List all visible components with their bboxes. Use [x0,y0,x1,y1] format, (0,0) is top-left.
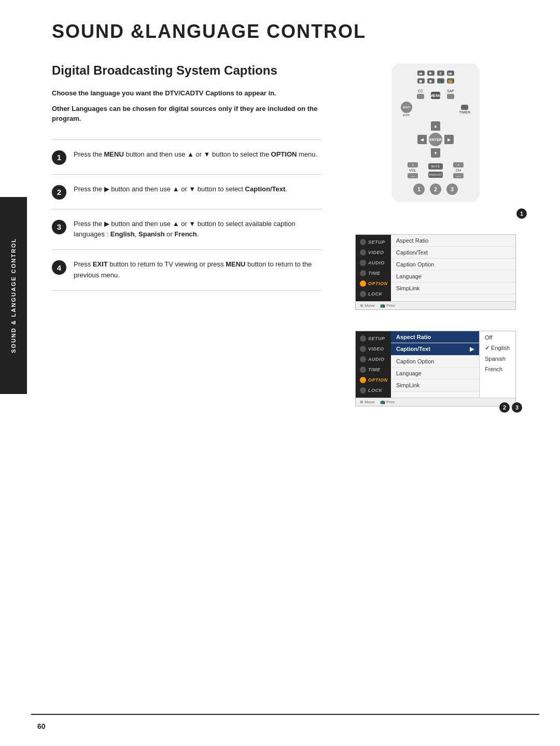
menu2-content: Aspect Ratio Caption/Text▶ Caption Optio… [391,331,479,398]
menu2-footer-prev: 📺 Prev [380,400,395,404]
step-text-2: Press the ▶ button and then use ▲ or ▼ b… [74,184,287,195]
remote-dpad-left[interactable]: ◀ [417,135,427,144]
remote-mid-btn2[interactable]: FAV/LIST [428,172,443,178]
menu2-time: TIME [356,364,391,375]
page-number: 60 [37,722,46,730]
step-badge-1: 1 [516,208,527,219]
menu2-caption-option: Caption Option [391,356,479,368]
remote-sap-label: SAP [447,89,454,93]
remote-timer-label: TIMER [459,110,470,114]
menu1-language: Language [391,271,515,283]
menu1-setup: SETUP [356,237,391,247]
menu1-aspect-ratio: Aspect Ratio [391,235,515,247]
remote-btn-5: ⏹ [417,78,425,83]
step-text-4: Press EXIT button to return to TV viewin… [74,259,321,281]
menu1-caption-text: Caption/Text [391,247,515,259]
remote-btn-7: 📺 [437,78,444,83]
intro-text-1: Choose the language you want the DTV/CAD… [52,88,321,98]
menu2-submenu: Off English Spanish French [479,331,515,398]
remote-sap-btn [447,94,454,99]
bottom-rule [31,714,539,715]
step-number-4: 4 [52,260,66,275]
menu2-aspect-ratio: Aspect Ratio [391,331,479,343]
remote-num-1[interactable]: 1 [413,184,425,195]
submenu-spanish: Spanish [480,354,515,364]
remote-num-3[interactable]: 3 [446,184,458,195]
menu1-sidebar: SETUP VIDEO AUDIO TIME [356,235,391,301]
remote-ch-down[interactable]: — [453,173,464,178]
step-4: 4 Press EXIT button to return to TV view… [52,249,321,291]
step-1: 1 Press the MENU button and then use ▲ o… [52,139,321,174]
remote-ch-label: CH [456,168,461,172]
step-number-2: 2 [52,185,66,200]
menu2-video: VIDEO [356,344,391,354]
menu1-audio: AUDIO [356,258,391,268]
step-text-1: Press the MENU button and then use ▲ or … [74,149,317,160]
step-3: 3 Press the ▶ button and then use ▲ or ▼… [52,209,321,250]
menu1-footer-move: ⊕ Move [360,303,375,308]
submenu-french: French [480,364,515,374]
remote-dpad-down[interactable]: ▼ [431,148,440,158]
step-number-3: 3 [52,220,66,234]
menu1-footer-prev: 📺 Prev [380,303,395,308]
remote-btn-4: ⏭ [447,71,454,76]
remote-vol-up[interactable]: + [408,162,418,167]
menu1-simplink: SimpLink [391,283,515,294]
menu1-time: TIME [356,268,391,278]
step-badge-2: 2 [499,402,510,413]
menu1-content: Aspect Ratio Caption/Text Caption Option… [391,235,515,301]
remote-cc-btn [417,94,424,99]
remote-control: ⏮ ▶ ⏸ ⏭ ⏹ ⏺ 📺 📻 CC [391,63,480,202]
intro-text-2: Other Languages can be chosen for digita… [52,104,321,124]
menu2-footer-move: ⊕ Move [360,400,375,404]
menu2-footer: ⊕ Move 📺 Prev [356,398,515,406]
remote-mid-btn1[interactable]: MUTE [428,163,443,170]
menu-panel-1-wrapper: SETUP VIDEO AUDIO TIME [355,234,516,310]
remote-vol-down[interactable]: — [408,173,418,178]
remote-vol-label: VOL [409,168,416,172]
submenu-english: English [480,343,515,354]
menu2-simplink: SimpLink [391,379,479,391]
menu2-language: Language [391,368,479,379]
menu2-audio: AUDIO [356,354,391,364]
menu-panel-2-wrapper: SETUP VIDEO AUDIO TIME [355,331,516,406]
remote-btn-2: ▶ [427,71,435,76]
sidebar-label: SOUND & LANGUAGE CONTROL [0,197,27,394]
menu-panel-1: SETUP VIDEO AUDIO TIME [355,234,516,310]
remote-dpad-right[interactable]: ▶ [444,135,454,144]
remote-dpad: ▲ ▼ ◀ ▶ ENTER [417,121,454,158]
remote-timer-btn[interactable] [461,105,468,110]
step-badge-3: 3 [512,402,522,413]
remote-num-2[interactable]: 2 [430,184,441,195]
remote-exit-btn[interactable]: EXIT [401,102,412,113]
menu2-sidebar: SETUP VIDEO AUDIO TIME [356,331,391,398]
submenu-off: Off [480,332,515,343]
remote-cc-label: CC [418,89,423,93]
remote-btn-6: ⏺ [427,78,435,83]
menu1-video: VIDEO [356,247,391,258]
menu2-lock: LOCK [356,385,391,396]
step-number-1: 1 [52,150,66,165]
step-text-3: Press the ▶ button and then use ▲ or ▼ b… [74,219,321,241]
menu1-option[interactable]: OPTION [356,278,391,289]
menu2-option[interactable]: OPTION [356,375,391,385]
menu-panel-2: SETUP VIDEO AUDIO TIME [355,331,516,406]
remote-enter-btn[interactable]: ENTER [429,133,442,146]
steps-container: 1 Press the MENU button and then use ▲ o… [52,139,321,291]
menu2-setup: SETUP [356,333,391,344]
menu1-caption-option: Caption Option [391,259,515,271]
remote-menu-btn[interactable]: MENU [431,92,440,99]
menu2-caption-text: Caption/Text▶ [391,343,479,356]
remote-btn-3: ⏸ [437,71,444,76]
remote-exit-label: EXIT [403,114,410,117]
step-2: 2 Press the ▶ button and then use ▲ or ▼… [52,174,321,209]
page-title: SOUND &LANGUAGE CONTROL [52,21,534,43]
menu1-lock: LOCK [356,289,391,299]
remote-dpad-up[interactable]: ▲ [431,121,440,131]
section-title: Digital Broadcasting System Captions [52,63,321,78]
remote-ch-up[interactable]: + [453,162,464,167]
menu1-footer: ⊕ Move 📺 Prev [356,301,515,309]
remote-btn-8: 📻 [447,78,454,83]
remote-btn-1: ⏮ [417,71,425,76]
